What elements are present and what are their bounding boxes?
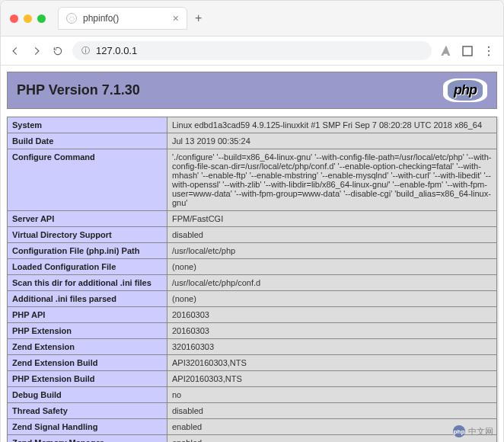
info-icon: ⓘ [81,45,90,56]
row-value: (none) [167,259,497,275]
row-label: PHP Extension Build [8,371,167,387]
reload-button[interactable] [51,44,65,58]
toolbar: ⓘ 127.0.0.1 [1,37,503,66]
tab-favicon-icon: ◌ [66,13,77,24]
row-label: Virtual Directory Support [8,227,167,243]
arrow-right-icon [31,46,42,56]
row-value: (none) [167,291,497,307]
new-tab-button[interactable]: + [195,11,202,25]
translate-icon [439,44,453,58]
php-logo-text: php [448,80,483,101]
row-value: 20160303 [167,323,497,339]
row-label: Configure Command [8,149,167,211]
titlebar: ◌ phpinfo() × + [1,1,503,37]
reload-icon [53,46,63,56]
row-value: 20160303 [167,307,497,323]
address-bar[interactable]: ⓘ 127.0.0.1 [72,41,432,60]
translate-button[interactable] [439,44,453,58]
browser-window: ◌ phpinfo() × + ⓘ 127.0.0.1 [0,0,504,442]
table-row: Loaded Configuration File(none) [8,259,497,275]
minimize-window-button[interactable] [24,14,32,23]
row-value: Linux edbd1a3cad59 4.9.125-linuxkit #1 S… [167,117,497,133]
row-value: /usr/local/etc/php/conf.d [167,275,497,291]
row-value: disabled [167,403,497,419]
page-title: PHP Version 7.1.30 [17,82,140,98]
row-label: Zend Extension [8,339,167,355]
row-label: Configuration File (php.ini) Path [8,243,167,259]
close-tab-button[interactable]: × [173,12,179,24]
table-row: PHP Extension20160303 [8,323,497,339]
tab-title: phpinfo() [83,13,167,24]
page-content: PHP Version 7.1.30 php SystemLinux edbd1… [1,66,503,442]
row-value: no [167,387,497,403]
row-value: enabled [167,435,497,443]
forward-button[interactable] [30,44,43,58]
row-label: Loaded Configuration File [8,259,167,275]
watermark-text: 中文网 [468,426,493,437]
row-value: Jul 13 2019 00:35:24 [167,133,497,149]
row-label: Debug Build [8,387,167,403]
table-row: Scan this dir for additional .ini files/… [8,275,497,291]
row-label: System [8,117,167,133]
row-label: Additional .ini files parsed [8,291,167,307]
row-value: disabled [167,227,497,243]
table-row: SystemLinux edbd1a3cad59 4.9.125-linuxki… [8,117,497,133]
table-row: Build DateJul 13 2019 00:35:24 [8,133,497,149]
row-value: enabled [167,419,497,435]
kebab-icon [482,44,496,58]
watermark: php 中文网 [453,425,493,437]
arrow-left-icon [10,46,21,56]
window-controls [10,14,46,23]
table-row: PHP Extension BuildAPI20160303,NTS [8,371,497,387]
row-label: Thread Safety [8,403,167,419]
row-label: Scan this dir for additional .ini files [8,275,167,291]
table-row: Virtual Directory Supportdisabled [8,227,497,243]
table-row: PHP API20160303 [8,307,497,323]
table-row: Additional .ini files parsed(none) [8,291,497,307]
back-button[interactable] [8,44,22,58]
row-label: Server API [8,211,167,227]
row-label: PHP Extension [8,323,167,339]
row-label: Zend Memory Manager [8,435,167,443]
table-row: Zend Memory Managerenabled [8,435,497,443]
php-version-header: PHP Version 7.1.30 php [7,72,497,109]
row-value: 320160303 [167,339,497,355]
table-row: Zend Signal Handlingenabled [8,419,497,435]
table-row: Zend Extension320160303 [8,339,497,355]
info-table: SystemLinux edbd1a3cad59 4.9.125-linuxki… [7,117,497,442]
table-row: Configure Command'./configure' '--build=… [8,149,497,211]
maximize-window-button[interactable] [37,14,46,23]
menu-button[interactable] [482,44,496,58]
row-value: API20160303,NTS [167,371,497,387]
table-row: Configuration File (php.ini) Path/usr/lo… [8,243,497,259]
row-value: FPM/FastCGI [167,211,497,227]
browser-tab[interactable]: ◌ phpinfo() × [58,7,187,30]
extensions-button[interactable] [461,44,474,58]
puzzle-icon [461,44,474,58]
row-value: './configure' '--build=x86_64-linux-gnu'… [167,149,497,211]
row-value: API320160303,NTS [167,355,497,371]
php-logo: php [443,78,487,102]
row-label: Zend Signal Handling [8,419,167,435]
row-label: Build Date [8,133,167,149]
svg-point-2 [488,50,490,51]
svg-point-3 [488,54,490,56]
url-text: 127.0.0.1 [96,45,137,56]
table-row: Server APIFPM/FastCGI [8,211,497,227]
row-label: Zend Extension Build [8,355,167,371]
svg-point-1 [488,46,490,47]
row-value: /usr/local/etc/php [167,243,497,259]
watermark-logo-icon: php [453,425,465,437]
svg-rect-0 [463,46,472,56]
close-window-button[interactable] [10,14,18,23]
table-row: Zend Extension BuildAPI320160303,NTS [8,355,497,371]
row-label: PHP API [8,307,167,323]
table-row: Thread Safetydisabled [8,403,497,419]
table-row: Debug Buildno [8,387,497,403]
